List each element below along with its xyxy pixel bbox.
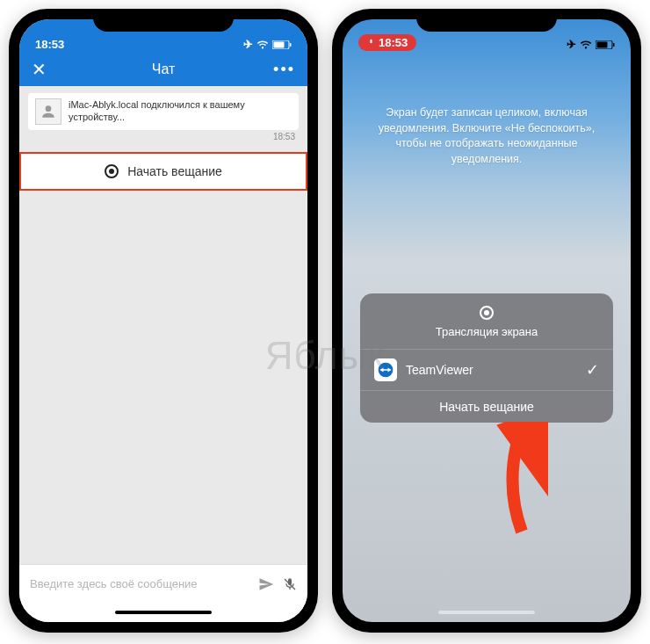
status-time: 18:53: [35, 38, 64, 51]
nav-title: Чат: [152, 62, 176, 77]
airplane-icon: ✈︎: [567, 38, 576, 51]
home-indicator: [19, 603, 307, 622]
more-icon[interactable]: •••: [273, 61, 295, 79]
broadcast-label: Начать вещание: [127, 164, 222, 178]
modal-title: Трансляция экрана: [360, 325, 613, 338]
notch: [416, 9, 557, 32]
phone-left: 18:53 ✈︎ ✕ Чат ••• iMac-Ablyk.local подк…: [9, 9, 318, 633]
record-icon: [480, 306, 494, 320]
svg-rect-1: [274, 41, 285, 47]
message-time: 18:53: [28, 132, 295, 141]
avatar: [35, 98, 61, 125]
mic-muted-icon[interactable]: [283, 576, 297, 592]
wifi-icon: [256, 40, 269, 49]
modal-header: Трансляция экрана: [360, 293, 613, 350]
check-icon: ✓: [586, 360, 599, 380]
wifi-icon: [580, 40, 592, 49]
start-broadcast-button[interactable]: Начать вещание: [19, 152, 307, 191]
home-indicator: [343, 603, 631, 622]
input-bar: Введите здесь своё сообщение: [19, 564, 307, 603]
screen-left: 18:53 ✈︎ ✕ Чат ••• iMac-Ablyk.local подк…: [19, 19, 307, 622]
send-icon[interactable]: [258, 576, 274, 592]
svg-rect-2: [290, 43, 292, 47]
app-label: TeamViewer: [406, 363, 473, 377]
mic-icon: [367, 38, 375, 47]
status-icons: ✈︎: [243, 38, 292, 51]
phone-right: 18:53 ✈︎ Экран будет записан целиком, вк…: [332, 9, 641, 633]
info-text: Экран будет записан целиком, включая уве…: [343, 53, 631, 167]
svg-rect-6: [613, 43, 615, 47]
nav-bar: ✕ Чат •••: [19, 53, 307, 86]
screen-right: 18:53 ✈︎ Экран будет записан целиком, вк…: [343, 19, 631, 622]
message-input[interactable]: Введите здесь своё сообщение: [30, 577, 249, 590]
svg-rect-5: [597, 41, 608, 47]
start-broadcast-button[interactable]: Начать вещание: [360, 391, 613, 423]
message-text: iMac-Ablyk.local подключился к вашему ус…: [69, 98, 292, 124]
battery-icon: [596, 40, 615, 49]
notch: [93, 9, 234, 32]
broadcast-modal: Трансляция экрана TeamViewer ✓ Начать ве…: [360, 293, 613, 423]
close-icon[interactable]: ✕: [32, 59, 47, 80]
chat-body: iMac-Ablyk.local подключился к вашему ус…: [19, 86, 307, 564]
battery-icon: [272, 40, 292, 49]
app-row-teamviewer[interactable]: TeamViewer ✓: [360, 350, 613, 391]
phone-pair: 18:53 ✈︎ ✕ Чат ••• iMac-Ablyk.local подк…: [0, 0, 650, 641]
teamviewer-icon: [374, 358, 397, 381]
annotation-arrow: [487, 422, 548, 536]
chat-message: iMac-Ablyk.local подключился к вашему ус…: [28, 93, 299, 130]
airplane-icon: ✈︎: [243, 38, 253, 51]
record-icon: [105, 164, 119, 178]
start-label: Начать вещание: [439, 400, 534, 414]
status-icons: ✈︎: [567, 38, 615, 51]
recording-time-pill[interactable]: 18:53: [358, 34, 416, 51]
